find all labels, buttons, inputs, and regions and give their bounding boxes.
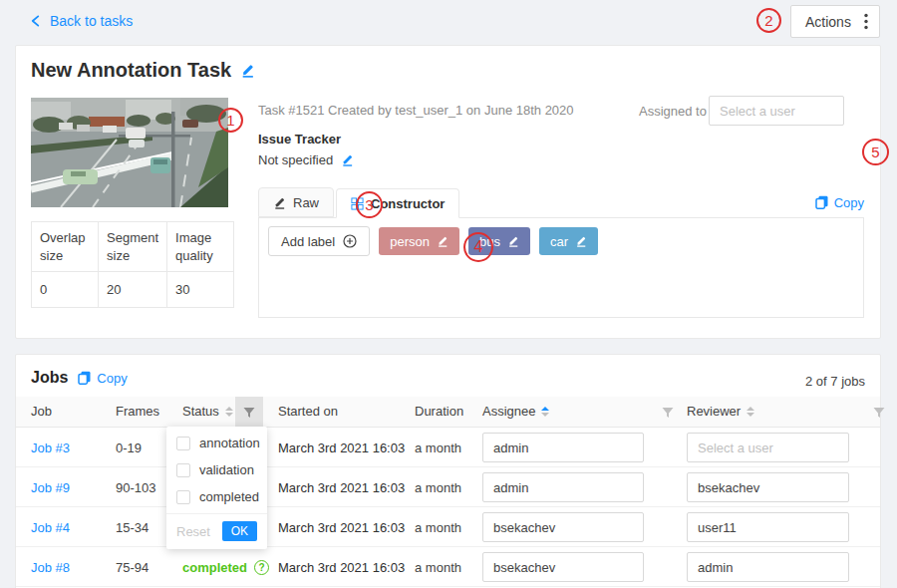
job-link[interactable]: Job #3 bbox=[31, 441, 70, 455]
labels-copy-label: Copy bbox=[834, 195, 864, 210]
column-header-started-on: Started on bbox=[278, 404, 338, 419]
copy-icon bbox=[78, 371, 91, 385]
annotation-circle-3: 3 bbox=[356, 191, 383, 218]
pencil-icon bbox=[273, 196, 286, 209]
task-details-panel: New Annotation Task 1 bbox=[15, 45, 881, 339]
status-filter-dropdown: annotation validation completed Reset OK bbox=[166, 427, 267, 549]
label-chip-car[interactable]: car bbox=[539, 227, 598, 255]
task-parameters-table: Overlap size Segment size Image quality … bbox=[31, 221, 234, 308]
job-assignee-input[interactable] bbox=[482, 552, 644, 582]
issue-tracker-value: Not specified bbox=[258, 152, 333, 167]
filter-ok-button[interactable]: OK bbox=[222, 521, 257, 541]
filter-option-label: annotation bbox=[199, 436, 260, 450]
assigned-to-label: Assigned to bbox=[639, 104, 707, 119]
job-link[interactable]: Job #9 bbox=[31, 480, 70, 495]
reviewer-filter-funnel-icon[interactable] bbox=[865, 397, 893, 428]
jobs-panel: Jobs Copy 2 of 7 jobs Job Frames Status … bbox=[15, 354, 881, 588]
job-duration: a month bbox=[415, 560, 461, 575]
jobs-copy-label: Copy bbox=[97, 371, 127, 386]
job-assignee-input[interactable] bbox=[482, 512, 644, 542]
checkbox-icon[interactable] bbox=[176, 490, 190, 504]
annotation-circle-2: 2 bbox=[756, 8, 781, 33]
edit-label-car-icon[interactable] bbox=[575, 235, 587, 247]
status-filter-funnel-icon[interactable] bbox=[235, 397, 263, 428]
sort-carets-icon[interactable] bbox=[541, 407, 549, 417]
task-assignee-input[interactable] bbox=[709, 96, 844, 126]
job-frames: 75-94 bbox=[116, 560, 149, 575]
task-title: New Annotation Task bbox=[31, 59, 231, 82]
job-started-on: March 3rd 2021 16:03 bbox=[278, 480, 405, 495]
question-circle-icon[interactable]: ? bbox=[254, 560, 269, 575]
annotation-circle-5: 5 bbox=[862, 139, 889, 165]
jobs-copy-button[interactable]: Copy bbox=[78, 371, 127, 386]
filter-dropdown-footer: Reset OK bbox=[166, 513, 267, 549]
tab-raw-label: Raw bbox=[293, 195, 319, 210]
column-header-status[interactable]: Status bbox=[182, 404, 233, 419]
job-row: Job #4 15-34 March 3rd 2021 16:03 a mont… bbox=[16, 507, 880, 547]
param-header-segment: Segment size bbox=[99, 222, 167, 272]
annotation-circle-4: 4 bbox=[463, 232, 493, 262]
filter-option-label: completed bbox=[199, 489, 259, 504]
add-label-button[interactable]: Add label bbox=[268, 226, 370, 256]
job-duration: a month bbox=[415, 520, 461, 535]
assignee-filter-funnel-icon[interactable] bbox=[654, 397, 682, 428]
tab-constructor[interactable]: Constructor bbox=[336, 188, 459, 218]
task-title-row: New Annotation Task bbox=[31, 59, 255, 82]
job-reviewer-input[interactable] bbox=[687, 472, 849, 502]
job-reviewer-input[interactable] bbox=[687, 552, 849, 582]
job-duration: a month bbox=[415, 441, 461, 455]
annotation-circle-1: 1 bbox=[218, 108, 243, 133]
jobs-title: Jobs bbox=[31, 369, 68, 387]
sort-carets-icon[interactable] bbox=[225, 407, 233, 417]
param-value-quality: 30 bbox=[167, 272, 234, 308]
job-link[interactable]: Job #8 bbox=[31, 560, 70, 575]
tab-raw[interactable]: Raw bbox=[258, 187, 334, 217]
job-row: Job #8 75-94 completed ? March 3rd 2021 … bbox=[16, 547, 880, 587]
label-person-name: person bbox=[390, 234, 430, 249]
job-frames: 0-19 bbox=[116, 441, 142, 455]
checkbox-icon[interactable] bbox=[176, 437, 190, 450]
column-header-duration: Duration bbox=[415, 404, 463, 419]
job-frames: 90-103 bbox=[116, 480, 155, 495]
labels-copy-button[interactable]: Copy bbox=[815, 195, 864, 210]
filter-option-annotation[interactable]: annotation bbox=[166, 430, 267, 456]
job-assignee-input[interactable] bbox=[482, 472, 644, 502]
job-reviewer-input[interactable] bbox=[687, 512, 849, 542]
column-header-job: Job bbox=[31, 404, 52, 419]
param-header-quality: Image quality bbox=[167, 222, 234, 272]
param-header-overlap: Overlap size bbox=[32, 222, 99, 272]
edit-task-name-icon[interactable] bbox=[240, 63, 255, 78]
filter-option-validation[interactable]: validation bbox=[166, 456, 267, 483]
copy-icon bbox=[815, 195, 828, 209]
job-link[interactable]: Job #4 bbox=[31, 520, 70, 535]
task-meta-text: Task #1521 Created by test_user_1 on Jun… bbox=[258, 103, 574, 118]
edit-label-bus-icon[interactable] bbox=[507, 235, 519, 247]
checkbox-icon[interactable] bbox=[176, 463, 190, 477]
sort-carets-icon[interactable] bbox=[747, 407, 754, 417]
actions-label: Actions bbox=[805, 14, 851, 30]
column-header-assignee[interactable]: Assignee bbox=[482, 404, 549, 419]
edit-label-person-icon[interactable] bbox=[437, 235, 448, 247]
kebab-menu-icon bbox=[864, 13, 868, 30]
add-label-text: Add label bbox=[281, 234, 335, 249]
back-to-tasks-link[interactable]: Back to tasks bbox=[30, 13, 133, 29]
job-frames: 15-34 bbox=[116, 520, 149, 535]
actions-button[interactable]: Actions bbox=[790, 5, 880, 38]
job-status: completed ? bbox=[182, 560, 269, 575]
job-assignee-input[interactable] bbox=[482, 433, 644, 462]
task-preview-image bbox=[31, 98, 228, 207]
back-to-tasks-label: Back to tasks bbox=[50, 13, 133, 29]
column-header-reviewer[interactable]: Reviewer bbox=[687, 404, 754, 419]
label-chip-person[interactable]: person bbox=[379, 227, 459, 255]
edit-issue-tracker-icon[interactable] bbox=[341, 153, 354, 166]
param-value-segment: 20 bbox=[99, 272, 167, 308]
filter-option-label: validation bbox=[199, 462, 254, 477]
filter-reset-button[interactable]: Reset bbox=[176, 524, 210, 539]
issue-tracker-value-row: Not specified bbox=[258, 152, 354, 167]
filter-option-completed[interactable]: completed bbox=[166, 483, 267, 510]
column-header-frames: Frames bbox=[116, 404, 159, 419]
job-reviewer-input[interactable] bbox=[687, 433, 849, 462]
label-car-name: car bbox=[550, 234, 568, 249]
labels-tabbar: Raw Constructor Copy bbox=[258, 187, 864, 218]
jobs-table-header: Job Frames Status Started on Duration As… bbox=[16, 397, 880, 428]
